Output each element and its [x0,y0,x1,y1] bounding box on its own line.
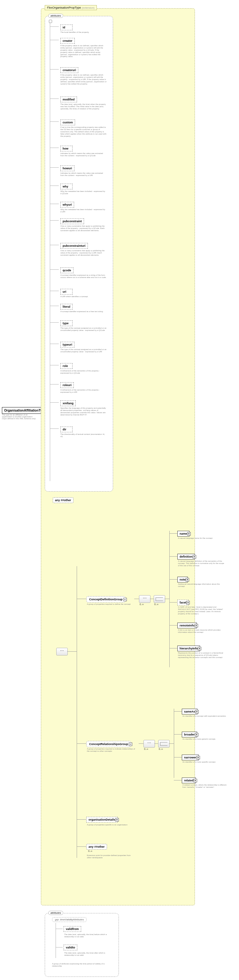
child-element-label: related [184,779,194,782]
child-element-box[interactable]: hierarchyInfo+ [177,646,200,651]
time-validity-group-desc: A group of attributes expressing the tim… [52,963,110,967]
attribute-desc: If the property value is not defined, sp… [60,74,107,85]
attribute-name[interactable]: modified [60,97,77,102]
any-other-box[interactable]: any ##other [53,497,74,503]
expand-icon[interactable]: + [186,601,190,605]
connector-line [169,556,177,557]
connector-line [56,947,63,948]
attribute-desc: One or many constraints that apply to pu… [60,225,107,232]
attribute-name[interactable]: how [60,146,72,151]
child-element-label: narrower [184,756,197,759]
attribute-item: whyWhy the metadata has been included - … [60,183,110,195]
child-element-desc: An identifier of a concept with equivale… [183,715,229,717]
attribute-desc: The date (and, optionally, the time) aft… [64,952,111,956]
expand-icon[interactable]: + [187,532,191,536]
child-element-box[interactable]: definition+ [177,554,195,560]
attribute-name[interactable]: howuri [60,165,74,171]
attribute-name[interactable]: pubconstraint [60,218,84,224]
attribute-name[interactable]: role [60,363,72,369]
concept-definition-group[interactable]: ConceptDefinitionGroup − [86,596,125,603]
child-element-box[interactable]: narrower+ [182,755,199,760]
child-element-box[interactable]: sameAs+ [182,709,197,714]
extension-note: (extension) [82,6,95,9]
attribute-desc: If the property value is not defined, sp… [60,45,107,58]
connector-line [50,69,59,70]
root-type-name: OrganisationAffiliationType [4,409,46,412]
attribute-name[interactable]: id [60,25,72,30]
attribute-name[interactable]: typeuri [60,342,74,347]
attribute-name[interactable]: creatoruri [60,67,78,73]
sequence-icon [143,740,155,748]
expand-icon[interactable]: + [194,624,198,627]
attribute-desc: If set to true the corresponding propert… [60,126,107,137]
attribute-item: roleA refinement of the semantics of the… [60,363,110,374]
attribute-item: dirThe directionality of textual content… [60,426,110,438]
attribute-item: whyuriWhy the metadata has been included… [60,201,110,213]
attribute-name[interactable]: type [60,320,72,326]
attribute-name[interactable]: pubconstrainturi [60,243,88,249]
connector-line [50,40,59,40]
attribute-name[interactable]: qcode [60,267,74,273]
expand-icon[interactable]: + [186,578,189,582]
organisation-details-box[interactable]: organisationDetails + [86,817,117,822]
attribute-desc: The date (and, optionally, the time) bef… [64,934,111,938]
attribute-desc: A concept identifier expressed as a free… [60,310,107,313]
attribute-name[interactable]: creator [60,38,75,44]
attribute-item: howuriIndicates by which means the value… [60,165,110,177]
attribute-name[interactable]: whyuri [60,202,74,208]
connector-line [50,99,59,99]
expand-icon[interactable]: + [194,779,197,782]
cardinality: 0..∞ [159,748,163,750]
attribute-name[interactable]: xmllang [60,401,76,406]
child-element-label: facet [180,601,186,604]
cardinality: 0..∞ [144,748,148,750]
attribute-item: xmllangSpecifies the language of this pr… [60,400,110,416]
connector-line [50,220,59,221]
connector-line [56,929,63,929]
attr-trunk [50,21,59,481]
attribute-name[interactable]: validto [64,945,77,950]
child-element-box[interactable]: broader+ [182,732,197,737]
attribute-name[interactable]: roleuri [60,382,74,388]
concept-relationships-group[interactable]: ConceptRelationshipsGroup − [86,741,131,747]
child-element-box[interactable]: related+ [182,778,196,783]
attribute-name[interactable]: uri [60,289,72,294]
attribute-desc: Indicates by which means the value was e… [60,172,107,177]
time-validity-container: attributes grp: timeValidityAttributes A… [45,913,119,977]
child-element-desc: An identifier of a more generic concept. [183,738,229,740]
any-other-box-2[interactable]: any ##other [86,844,107,850]
connector-line [169,533,177,534]
child-element-desc: An identifier of a more specific concept… [183,761,229,763]
child-element-box[interactable]: name+ [177,531,189,536]
attribute-item: creatoruriIf the property value is not d… [60,67,110,85]
expand-icon[interactable]: + [198,647,201,651]
attribute-item: typeuriThe type of the concept assigned … [60,341,110,353]
child-element-desc: A natural language definition of the sem… [178,560,224,567]
attribute-name[interactable]: validfrom [64,926,81,932]
attribute-name[interactable]: custom [60,119,75,125]
attribute-name[interactable]: literal [60,304,72,310]
time-validity-group[interactable]: grp: timeValidityAttributes [52,917,87,922]
expand-icon[interactable]: + [197,756,200,759]
child-element-box[interactable]: remoteInfo+ [177,623,197,628]
attribute-name[interactable]: why [60,184,72,189]
child-element-box[interactable]: note+ [177,577,188,582]
attribute-desc: Indicates by which means the value was e… [60,153,107,157]
expand-icon[interactable]: − [129,743,132,746]
expand-icon[interactable]: + [115,818,119,822]
attribute-item: typeThe type of the concept assigned as … [60,320,110,332]
choice-icon [158,740,170,748]
expand-icon[interactable]: + [195,733,199,737]
connector-line [50,344,59,344]
expand-icon[interactable]: + [192,555,196,558]
attribute-name[interactable]: dir [60,426,72,432]
any-other-label-2: any ##other [88,845,105,848]
connector-line [50,269,59,270]
time-validity-group-label: grp: timeValidityAttributes [55,918,84,921]
expand-icon[interactable]: − [124,598,127,601]
child-element-box[interactable]: facet+ [177,600,189,605]
attribute-desc: The type of the concept assigned as a co… [60,327,107,332]
child-element-label: remoteInfo [180,624,194,627]
connector-line [50,204,59,204]
expand-icon[interactable]: + [195,710,199,713]
